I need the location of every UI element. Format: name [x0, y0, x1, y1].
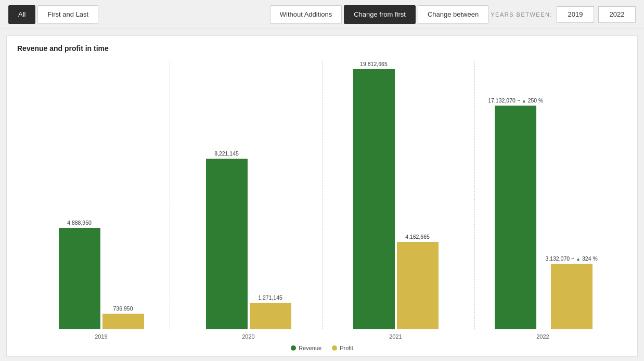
profit-rect-2022	[551, 264, 593, 329]
year-label-2022: 2022	[536, 333, 549, 340]
revenue-legend-dot	[291, 345, 296, 351]
profit-bar-2022: 3,132,070 ~ ▲ 324 %	[545, 255, 597, 329]
bars-area: 4,888,950 736,950 2019	[17, 61, 627, 340]
revenue-value-2021: 19,812,665	[360, 61, 388, 67]
profit-change-arrow-2022: ▲	[576, 256, 581, 262]
profit-value-2022: 3,132,070 ~ ▲ 324 %	[545, 255, 597, 262]
year-label-2021: 2021	[389, 333, 402, 340]
year-end-input[interactable]	[598, 6, 636, 23]
profit-value-2020: 1,271,145	[258, 294, 282, 301]
profit-value-2019: 736,950	[113, 305, 133, 312]
years-section: YEARS BETWEEN:	[491, 6, 636, 23]
bars-row-2022: 17,132,070 ~ ▲ 250 % 3,132,070 ~ ▲ 324 %	[488, 97, 597, 329]
legend-profit: Profit	[332, 345, 353, 351]
profit-bar-2020: 1,271,145	[250, 294, 291, 329]
bars-row-2020: 8,221,145 1,271,145	[206, 150, 291, 329]
revenue-value-2020: 8,221,145	[214, 150, 239, 157]
bars-row-2019: 4,888,950 736,950	[59, 220, 144, 329]
year-group-2020: 8,221,145 1,271,145 2020	[175, 150, 322, 340]
chart-legend: Revenue Profit	[17, 343, 627, 351]
year-group-2019: 4,888,950 736,950 2019	[28, 220, 175, 340]
year-group-2022: 17,132,070 ~ ▲ 250 % 3,132,070 ~ ▲ 324 %…	[469, 97, 616, 340]
year-group-2021: 19,812,665 4,162,665 2021	[322, 61, 469, 340]
legend-revenue: Revenue	[291, 345, 321, 351]
revenue-value-2022: 17,132,070 ~ ▲ 250 %	[488, 97, 543, 104]
revenue-bar-2021: 19,812,665	[353, 61, 395, 329]
year-start-input[interactable]	[557, 6, 594, 23]
profit-rect-2019	[102, 314, 144, 329]
profit-legend-dot	[332, 345, 337, 351]
revenue-rect-2019	[59, 228, 100, 329]
tab-all[interactable]: All	[8, 5, 35, 24]
tab-first-last[interactable]: First and Last	[37, 5, 98, 24]
tab-change-between[interactable]: Change between	[418, 5, 488, 24]
revenue-value-2019: 4,888,950	[67, 220, 92, 226]
profit-bar-2019: 736,950	[102, 305, 144, 329]
bars-row-2021: 19,812,665 4,162,665	[353, 61, 439, 329]
chart-area: Revenue and profit in time 4,888,950 736…	[6, 35, 638, 357]
year-label-2020: 2020	[242, 333, 254, 340]
app-container: All First and Last Without Additions Cha…	[0, 0, 644, 361]
chart-title: Revenue and profit in time	[17, 44, 627, 53]
toolbar: All First and Last Without Additions Cha…	[0, 0, 644, 29]
tab-change-from-first[interactable]: Change from first	[344, 5, 416, 24]
revenue-rect-2022	[495, 106, 536, 329]
revenue-bar-2022: 17,132,070 ~ ▲ 250 %	[488, 97, 543, 329]
chart-wrapper: 4,888,950 736,950 2019	[17, 61, 627, 351]
tab-without-additions[interactable]: Without Additions	[270, 5, 342, 24]
year-label-2019: 2019	[95, 333, 107, 340]
profit-bar-2021: 4,162,665	[397, 234, 439, 329]
revenue-rect-2020	[206, 159, 248, 329]
years-label: YEARS BETWEEN:	[491, 11, 552, 18]
revenue-rect-2021	[353, 69, 395, 329]
profit-rect-2020	[250, 303, 291, 329]
revenue-bar-2020: 8,221,145	[206, 150, 248, 329]
profit-value-2021: 4,162,665	[405, 234, 430, 240]
profit-legend-label: Profit	[340, 345, 353, 351]
revenue-change-arrow-2022: ▲	[522, 98, 526, 104]
revenue-bar-2019: 4,888,950	[59, 220, 100, 329]
revenue-legend-label: Revenue	[299, 345, 321, 351]
profit-rect-2021	[397, 242, 439, 329]
